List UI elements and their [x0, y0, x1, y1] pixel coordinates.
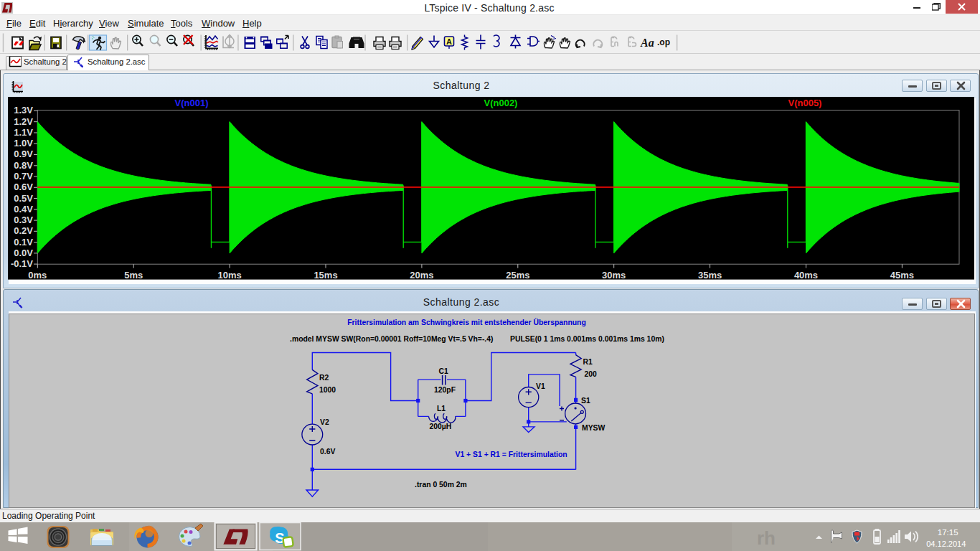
svg-text:0.7V: 0.7V	[14, 171, 33, 182]
svg-text:R1: R1	[583, 358, 593, 366]
svg-text:1.3V: 1.3V	[14, 105, 33, 116]
svg-text:5ms: 5ms	[124, 270, 143, 280]
svg-text:MYSW: MYSW	[582, 424, 606, 432]
svg-text:0.9V: 0.9V	[14, 149, 33, 160]
svg-text:V1: V1	[536, 382, 545, 390]
svg-text:1.1V: 1.1V	[14, 127, 33, 138]
svg-text:200: 200	[585, 370, 598, 378]
svg-text:0.5V: 0.5V	[14, 193, 33, 204]
svg-text:C1: C1	[439, 367, 449, 375]
svg-text:0.4V: 0.4V	[14, 204, 33, 215]
svg-text:0.6V: 0.6V	[320, 448, 335, 456]
svg-text:1.0V: 1.0V	[14, 138, 33, 149]
svg-text:.tran 0 50m 2m: .tran 0 50m 2m	[415, 481, 467, 489]
svg-text:15ms: 15ms	[314, 270, 337, 280]
svg-text:200µH: 200µH	[430, 423, 452, 430]
svg-text:20ms: 20ms	[410, 270, 433, 280]
svg-text:0.2V: 0.2V	[14, 226, 33, 237]
svg-text:Aa: Aa	[640, 37, 654, 49]
svg-text:45ms: 45ms	[890, 270, 914, 280]
svg-text:10ms: 10ms	[217, 270, 241, 280]
svg-text:1.2V: 1.2V	[14, 116, 33, 127]
svg-text:0.8V: 0.8V	[14, 160, 33, 171]
svg-text:Frittersimulation am Schwingkr: Frittersimulation am Schwingkreis mit en…	[347, 318, 586, 326]
svg-text:120pF: 120pF	[434, 386, 456, 394]
svg-text:-0.1V: -0.1V	[11, 258, 33, 269]
svg-text:R2: R2	[319, 374, 329, 382]
svg-text:V(n001): V(n001)	[175, 98, 209, 108]
svg-text:rh: rh	[757, 527, 776, 549]
svg-text:0.0V: 0.0V	[14, 248, 33, 258]
svg-text:0.1V: 0.1V	[14, 237, 33, 248]
svg-text:L1: L1	[437, 405, 446, 413]
svg-text:17:15: 17:15	[938, 528, 958, 537]
svg-text:.model MYSW SW(Ron=0.00001 Rof: .model MYSW SW(Ron=0.00001 Roff=10Meg Vt…	[290, 335, 494, 343]
svg-text:35ms: 35ms	[698, 270, 722, 280]
svg-text:PULSE(0 1 1ms 0.001ms 0.001ms: PULSE(0 1 1ms 0.001ms 0.001ms 1ms 10m)	[510, 335, 664, 343]
svg-text:25ms: 25ms	[506, 270, 529, 280]
svg-text:V(n005): V(n005)	[788, 98, 822, 108]
svg-text:.op: .op	[657, 37, 670, 47]
svg-text:V2: V2	[320, 418, 329, 426]
svg-text:V1 + S1 + R1 = Frittersimulati: V1 + S1 + R1 = Frittersimulation	[456, 451, 567, 458]
svg-text:0.6V: 0.6V	[14, 182, 33, 193]
svg-text:V(n002): V(n002)	[484, 98, 518, 108]
svg-text:1000: 1000	[319, 386, 336, 394]
svg-text:S1: S1	[581, 397, 590, 405]
svg-text:04.12.2014: 04.12.2014	[926, 540, 966, 548]
svg-text:40ms: 40ms	[794, 270, 818, 280]
svg-text:0.3V: 0.3V	[14, 215, 33, 225]
svg-text:A: A	[446, 37, 452, 46]
svg-text:30ms: 30ms	[602, 270, 626, 280]
svg-text:0ms: 0ms	[28, 270, 47, 280]
